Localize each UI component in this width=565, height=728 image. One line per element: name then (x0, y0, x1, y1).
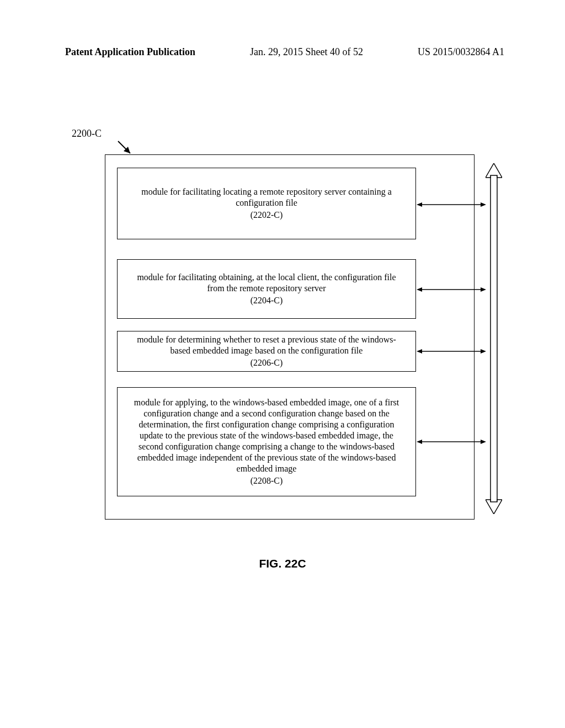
svg-marker-14 (481, 349, 486, 354)
module-box-apply-config: module for applying, to the windows-base… (117, 387, 416, 496)
module-text: module for facilitating obtaining, at th… (127, 272, 406, 294)
svg-marker-16 (417, 440, 422, 444)
page-header: Patent Application Publication Jan. 29, … (0, 0, 565, 58)
module-text: module for applying, to the windows-base… (127, 397, 406, 474)
header-sheet: Jan. 29, 2015 Sheet 40 of 52 (250, 46, 363, 58)
svg-marker-10 (417, 287, 422, 292)
svg-marker-17 (481, 440, 486, 444)
module-text: module for facilitating locating a remot… (127, 186, 406, 208)
header-pub-number: US 2015/0032864 A1 (418, 46, 504, 58)
module-ref: (2202-C) (250, 210, 283, 221)
figure-diagram: 2200-C module for facilitating locating … (72, 128, 491, 143)
system-reference-label: 2200-C (72, 128, 491, 140)
svg-marker-4 (486, 163, 502, 178)
module-box-obtain-config: module for facilitating obtaining, at th… (117, 259, 416, 319)
figure-caption: FIG. 22C (0, 557, 565, 570)
svg-marker-5 (486, 500, 502, 514)
module-ref: (2206-C) (250, 357, 283, 368)
svg-marker-7 (417, 202, 422, 207)
connector-arrow-icon (417, 349, 486, 354)
module-text: module for determining whether to reset … (127, 334, 406, 356)
connector-arrow-icon (417, 287, 486, 292)
bidirectional-arrow-icon (486, 163, 502, 514)
connector-arrow-icon (417, 202, 486, 207)
svg-marker-13 (417, 349, 422, 354)
module-box-determine-reset: module for determining whether to reset … (117, 331, 416, 372)
module-ref: (2204-C) (250, 295, 283, 306)
svg-marker-8 (481, 202, 486, 207)
connector-arrow-icon (417, 439, 486, 445)
module-ref: (2208-C) (250, 475, 283, 486)
svg-marker-11 (481, 287, 486, 292)
module-box-locate-repo: module for facilitating locating a remot… (117, 168, 416, 239)
header-publication: Patent Application Publication (65, 46, 195, 58)
